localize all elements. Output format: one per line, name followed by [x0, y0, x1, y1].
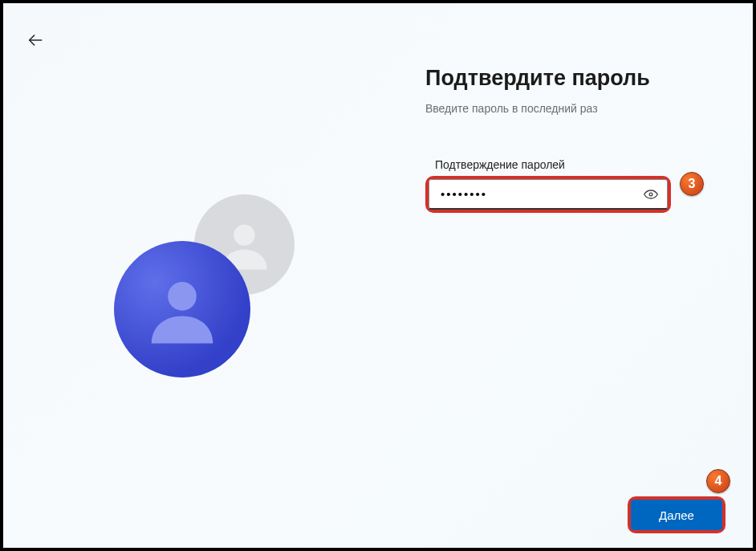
user-illustration [114, 194, 291, 371]
avatar-primary [114, 241, 250, 378]
back-button[interactable] [21, 26, 50, 55]
page-subtitle: Введите пароль в последний раз [425, 102, 706, 115]
person-icon [141, 268, 223, 350]
arrow-left-icon [26, 31, 44, 49]
svg-point-1 [234, 225, 254, 246]
annotation-badge-4: 4 [706, 469, 730, 493]
password-label: Подтверждение паролей [425, 158, 706, 171]
annotation-badge-3: 3 [680, 172, 704, 196]
password-input-highlight [425, 176, 671, 213]
confirm-password-input[interactable] [429, 179, 668, 210]
next-button[interactable]: Далее [631, 500, 722, 530]
eye-icon [643, 186, 659, 202]
svg-point-3 [649, 193, 652, 196]
reveal-password-button[interactable] [640, 184, 661, 205]
oobe-confirm-password-screen: Подтвердите пароль Введите пароль в посл… [3, 3, 753, 548]
svg-point-2 [168, 282, 197, 311]
form-area: Подтвердите пароль Введите пароль в посл… [425, 66, 706, 213]
page-title: Подтвердите пароль [425, 66, 706, 91]
next-button-highlight: Далее [628, 496, 726, 533]
